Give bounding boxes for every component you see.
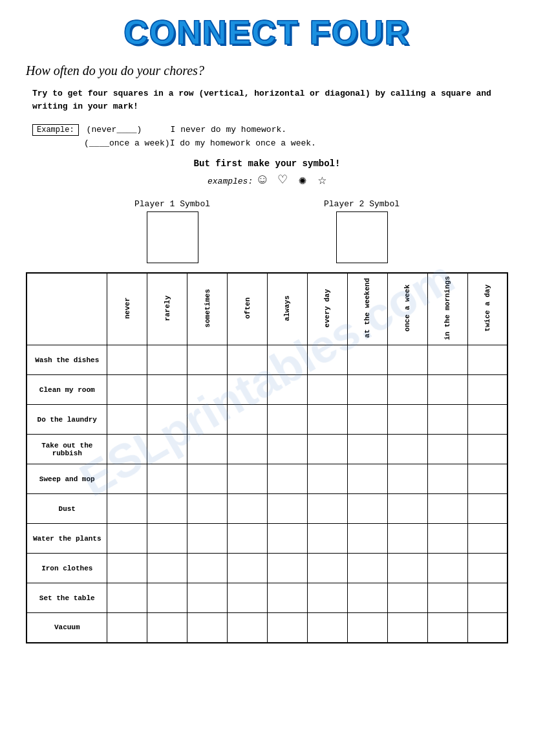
cell-r5-c4[interactable] bbox=[268, 494, 308, 524]
cell-r9-c2[interactable] bbox=[187, 613, 228, 643]
cell-r6-c1[interactable] bbox=[147, 524, 187, 554]
cell-r4-c6[interactable] bbox=[347, 464, 387, 494]
cell-r8-c0[interactable] bbox=[107, 583, 147, 613]
cell-r2-c1[interactable] bbox=[147, 405, 187, 435]
cell-r6-c2[interactable] bbox=[187, 524, 228, 554]
cell-r6-c3[interactable] bbox=[228, 524, 268, 554]
cell-r2-c6[interactable] bbox=[347, 405, 387, 435]
cell-r9-c3[interactable] bbox=[228, 613, 268, 643]
cell-r1-c5[interactable] bbox=[307, 375, 347, 405]
cell-r1-c6[interactable] bbox=[347, 375, 387, 405]
cell-r4-c3[interactable] bbox=[228, 464, 268, 494]
cell-r7-c8[interactable] bbox=[427, 554, 467, 583]
cell-r2-c4[interactable] bbox=[268, 405, 308, 435]
cell-r1-c8[interactable] bbox=[427, 375, 467, 405]
cell-r4-c4[interactable] bbox=[268, 464, 308, 494]
cell-r4-c8[interactable] bbox=[427, 464, 467, 494]
cell-r0-c9[interactable] bbox=[467, 345, 507, 375]
cell-r1-c2[interactable] bbox=[187, 375, 228, 405]
cell-r7-c3[interactable] bbox=[228, 554, 268, 583]
cell-r5-c2[interactable] bbox=[187, 494, 228, 524]
cell-r2-c5[interactable] bbox=[307, 405, 347, 435]
cell-r7-c0[interactable] bbox=[107, 554, 147, 583]
cell-r7-c2[interactable] bbox=[187, 554, 228, 583]
player1-box[interactable] bbox=[147, 211, 198, 263]
cell-r0-c5[interactable] bbox=[307, 345, 347, 375]
cell-r8-c5[interactable] bbox=[307, 583, 347, 613]
cell-r3-c8[interactable] bbox=[427, 435, 467, 464]
cell-r9-c1[interactable] bbox=[147, 613, 187, 643]
cell-r0-c3[interactable] bbox=[228, 345, 268, 375]
cell-r8-c6[interactable] bbox=[347, 583, 387, 613]
cell-r3-c6[interactable] bbox=[347, 435, 387, 464]
cell-r8-c4[interactable] bbox=[268, 583, 308, 613]
cell-r3-c2[interactable] bbox=[187, 435, 228, 464]
cell-r8-c7[interactable] bbox=[387, 583, 427, 613]
cell-r7-c1[interactable] bbox=[147, 554, 187, 583]
cell-r8-c9[interactable] bbox=[467, 583, 507, 613]
cell-r1-c7[interactable] bbox=[387, 375, 427, 405]
cell-r4-c5[interactable] bbox=[307, 464, 347, 494]
cell-r9-c7[interactable] bbox=[387, 613, 427, 643]
cell-r5-c7[interactable] bbox=[387, 494, 427, 524]
cell-r4-c7[interactable] bbox=[387, 464, 427, 494]
cell-r4-c2[interactable] bbox=[187, 464, 228, 494]
cell-r7-c9[interactable] bbox=[467, 554, 507, 583]
cell-r0-c0[interactable] bbox=[107, 345, 147, 375]
cell-r1-c0[interactable] bbox=[107, 375, 147, 405]
cell-r5-c8[interactable] bbox=[427, 494, 467, 524]
cell-r2-c7[interactable] bbox=[387, 405, 427, 435]
cell-r1-c4[interactable] bbox=[268, 375, 308, 405]
cell-r4-c0[interactable] bbox=[107, 464, 147, 494]
cell-r8-c3[interactable] bbox=[228, 583, 268, 613]
cell-r0-c8[interactable] bbox=[427, 345, 467, 375]
cell-r0-c2[interactable] bbox=[187, 345, 228, 375]
cell-r6-c7[interactable] bbox=[387, 524, 427, 554]
cell-r9-c5[interactable] bbox=[307, 613, 347, 643]
cell-r7-c4[interactable] bbox=[268, 554, 308, 583]
cell-r3-c9[interactable] bbox=[467, 435, 507, 464]
cell-r3-c5[interactable] bbox=[307, 435, 347, 464]
cell-r1-c9[interactable] bbox=[467, 375, 507, 405]
cell-r9-c0[interactable] bbox=[107, 613, 147, 643]
cell-r1-c1[interactable] bbox=[147, 375, 187, 405]
cell-r4-c9[interactable] bbox=[467, 464, 507, 494]
cell-r5-c6[interactable] bbox=[347, 494, 387, 524]
cell-r6-c8[interactable] bbox=[427, 524, 467, 554]
cell-r3-c7[interactable] bbox=[387, 435, 427, 464]
cell-r4-c1[interactable] bbox=[147, 464, 187, 494]
cell-r6-c6[interactable] bbox=[347, 524, 387, 554]
cell-r2-c0[interactable] bbox=[107, 405, 147, 435]
cell-r7-c6[interactable] bbox=[347, 554, 387, 583]
cell-r3-c4[interactable] bbox=[268, 435, 308, 464]
cell-r9-c6[interactable] bbox=[347, 613, 387, 643]
cell-r7-c7[interactable] bbox=[387, 554, 427, 583]
cell-r8-c8[interactable] bbox=[427, 583, 467, 613]
cell-r6-c0[interactable] bbox=[107, 524, 147, 554]
cell-r3-c3[interactable] bbox=[228, 435, 268, 464]
cell-r0-c1[interactable] bbox=[147, 345, 187, 375]
cell-r6-c4[interactable] bbox=[268, 524, 308, 554]
cell-r2-c8[interactable] bbox=[427, 405, 467, 435]
cell-r1-c3[interactable] bbox=[228, 375, 268, 405]
player2-box[interactable] bbox=[336, 211, 388, 263]
cell-r5-c3[interactable] bbox=[228, 494, 268, 524]
cell-r7-c5[interactable] bbox=[307, 554, 347, 583]
cell-r8-c1[interactable] bbox=[147, 583, 187, 613]
cell-r5-c1[interactable] bbox=[147, 494, 187, 524]
cell-r6-c5[interactable] bbox=[307, 524, 347, 554]
cell-r8-c2[interactable] bbox=[187, 583, 228, 613]
cell-r2-c2[interactable] bbox=[187, 405, 228, 435]
cell-r2-c9[interactable] bbox=[467, 405, 507, 435]
cell-r9-c4[interactable] bbox=[268, 613, 308, 643]
cell-r0-c4[interactable] bbox=[268, 345, 308, 375]
cell-r9-c9[interactable] bbox=[467, 613, 507, 643]
cell-r5-c9[interactable] bbox=[467, 494, 507, 524]
cell-r5-c5[interactable] bbox=[307, 494, 347, 524]
cell-r5-c0[interactable] bbox=[107, 494, 147, 524]
cell-r2-c3[interactable] bbox=[228, 405, 268, 435]
cell-r6-c9[interactable] bbox=[467, 524, 507, 554]
cell-r0-c7[interactable] bbox=[387, 345, 427, 375]
cell-r3-c0[interactable] bbox=[107, 435, 147, 464]
cell-r9-c8[interactable] bbox=[427, 613, 467, 643]
